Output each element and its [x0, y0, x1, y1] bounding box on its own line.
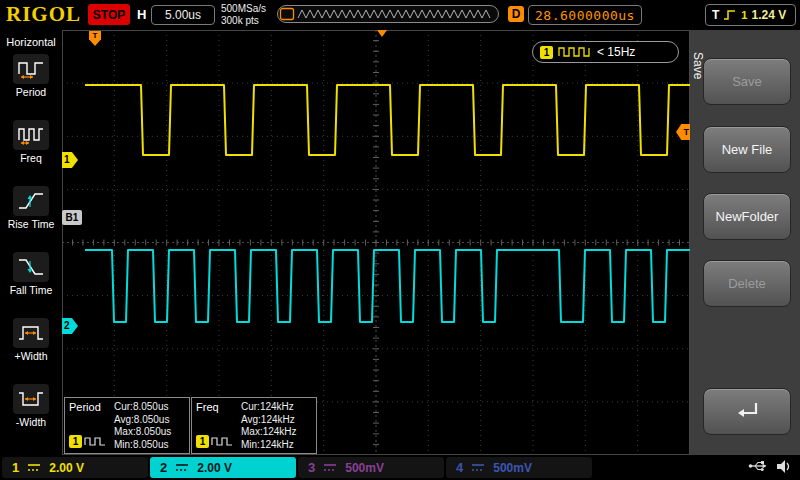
- usb-icon: [748, 458, 770, 474]
- measurement-name: Freq: [196, 401, 241, 413]
- channel-number: 1: [12, 460, 19, 475]
- sample-rate: 500MSa/s: [221, 3, 266, 15]
- meas-min: Min:124kHz: [241, 439, 313, 452]
- left-menu-title: Horizontal: [0, 36, 62, 48]
- meas-min: Min:8.050us: [114, 439, 186, 452]
- menu-item-period[interactable]: Period: [0, 54, 62, 119]
- channel3-status[interactable]: 3 500mV: [298, 457, 444, 478]
- trigger-status: T 1 1.24 V: [705, 4, 796, 26]
- channel-status-bar: 1 2.00 V 2 2.00 V 3 500mV 4: [0, 455, 800, 480]
- waveform-display: [62, 30, 690, 455]
- pulse-train-icon: [558, 46, 592, 58]
- save-button[interactable]: Save: [703, 58, 791, 105]
- dc-coupling-icon: [175, 462, 189, 473]
- memory-position-bar: [277, 5, 499, 23]
- channel-scale: 500mV: [345, 461, 384, 475]
- acquisition-info: 500MSa/s 300k pts: [221, 3, 266, 27]
- channel-scale: 2.00 V: [197, 461, 232, 475]
- measurement-channel-badge: 1: [196, 435, 209, 448]
- new-file-button[interactable]: New File: [703, 126, 791, 173]
- minus-width-icon: [13, 384, 49, 414]
- meas-avg: Avg:124kHz: [241, 414, 313, 427]
- measurement-channel-badge: 1: [69, 435, 82, 448]
- speaker-icon[interactable]: [775, 458, 793, 475]
- trigger-source: 1: [741, 9, 747, 21]
- dc-coupling-icon: [471, 462, 485, 473]
- delete-button[interactable]: Delete: [703, 260, 791, 307]
- channel-scale: 500mV: [493, 461, 532, 475]
- meas-max: Max:124kHz: [241, 426, 313, 439]
- channel-scale: 2.00 V: [49, 461, 84, 475]
- menu-item-label: Period: [16, 87, 46, 98]
- period-icon: [13, 54, 49, 84]
- dc-coupling-icon: [323, 462, 337, 473]
- delay-center-marker: [377, 30, 387, 37]
- measurement-name: Period: [69, 401, 114, 413]
- menu-item-label: +Width: [15, 351, 48, 362]
- trigger-slope-icon: [723, 9, 737, 21]
- channel1-status[interactable]: 1 2.00 V: [2, 457, 148, 478]
- return-arrow-icon: [731, 400, 763, 424]
- trigger-label: T: [712, 8, 719, 22]
- menu-item-label: Freq: [20, 153, 42, 164]
- channel-number: 3: [308, 460, 315, 475]
- menu-item-minus-width[interactable]: -Width: [0, 384, 62, 449]
- channel-number: 2: [160, 460, 167, 475]
- channel4-status[interactable]: 4 500mV: [446, 457, 592, 478]
- counter-value: < 15Hz: [597, 45, 635, 59]
- meas-cur: Cur:8.050us: [114, 401, 186, 414]
- plus-width-icon: [13, 318, 49, 348]
- measurement-period: Period 1 Cur:8.050us Avg:8.050us Max:8.0…: [64, 397, 190, 454]
- memory-depth: 300k pts: [221, 15, 266, 27]
- menu-item-plus-width[interactable]: +Width: [0, 318, 62, 383]
- measurement-values: Cur:8.050us Avg:8.050us Max:8.050us Min:…: [114, 400, 186, 451]
- meas-cur: Cur:124kHz: [241, 401, 313, 414]
- menu-item-fall-time[interactable]: Fall Time: [0, 252, 62, 317]
- frequency-counter: 1 < 15Hz: [532, 41, 679, 63]
- pulse-icon: [84, 435, 106, 448]
- channel-number: 4: [456, 460, 463, 475]
- horizontal-label: H: [137, 7, 146, 22]
- rise-time-icon: [13, 186, 49, 216]
- waveform-grid: [62, 30, 690, 455]
- return-button[interactable]: [703, 388, 791, 435]
- trigger-level-value: 1.24 V: [751, 8, 786, 22]
- channel2-status[interactable]: 2 2.00 V: [150, 457, 296, 478]
- measurement-values: Cur:124kHz Avg:124kHz Max:124kHz Min:124…: [241, 400, 313, 451]
- delay-value: 28.6000000us: [528, 5, 642, 25]
- menu-item-freq[interactable]: Freq: [0, 120, 62, 185]
- dc-coupling-icon: [27, 462, 41, 473]
- menu-item-label: Rise Time: [8, 219, 55, 230]
- menu-item-label: Fall Time: [10, 285, 53, 296]
- freq-icon: [13, 120, 49, 150]
- soft-menu-panel: Save Save New File NewFolder Delete: [690, 30, 800, 455]
- menu-item-rise-time[interactable]: Rise Time: [0, 186, 62, 251]
- new-folder-button[interactable]: NewFolder: [703, 193, 791, 240]
- memory-waveform-icon: [278, 6, 498, 22]
- top-bar: RIGOL STOP H 5.00us 500MSa/s 300k pts D …: [0, 0, 800, 30]
- meas-max: Max:8.050us: [114, 426, 186, 439]
- timebase-value: 5.00us: [151, 5, 215, 25]
- brand-logo: RIGOL: [6, 2, 81, 27]
- menu-item-label: -Width: [16, 417, 46, 428]
- left-menu: Horizontal Period Freq Rise Time Fall Ti…: [0, 30, 62, 455]
- measurement-freq: Freq 1 Cur:124kHz Avg:124kHz Max:124kHz …: [191, 397, 317, 454]
- pulse-icon: [211, 435, 233, 448]
- fall-time-icon: [13, 252, 49, 282]
- run-state-badge[interactable]: STOP: [88, 4, 130, 25]
- bus1-marker[interactable]: B1: [62, 210, 82, 225]
- oscilloscope-screen: RIGOL STOP H 5.00us 500MSa/s 300k pts D …: [0, 0, 800, 480]
- delay-label: D: [508, 6, 524, 22]
- counter-channel-badge: 1: [540, 46, 553, 59]
- meas-avg: Avg:8.050us: [114, 414, 186, 427]
